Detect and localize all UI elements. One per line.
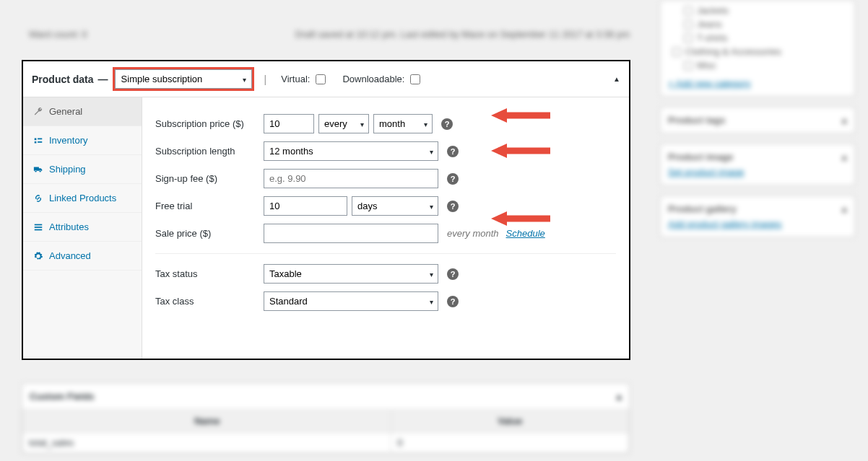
bg-cat: T-shirts	[697, 32, 728, 43]
bg-col-name: Name	[23, 410, 391, 433]
truck-icon	[33, 164, 43, 175]
bg-image-link: Set product image	[668, 167, 745, 177]
sale-price-row: Sale price ($) every month Schedule	[155, 224, 616, 243]
bg-custom-h: Custom Fields	[30, 391, 95, 402]
subscription-price-input[interactable]	[264, 114, 314, 133]
bg-add-category: + Add new category	[668, 78, 751, 89]
help-icon[interactable]: ?	[441, 118, 453, 130]
wrench-icon	[33, 107, 43, 117]
help-icon[interactable]: ?	[447, 146, 459, 157]
tax-class-label: Tax class	[155, 296, 264, 307]
product-type-highlight: Simple subscription	[113, 67, 254, 91]
signup-fee-label: Sign-up fee ($)	[155, 173, 264, 184]
virtual-label: Virtual:	[281, 72, 328, 87]
subscription-interval-select[interactable]: every	[318, 114, 369, 133]
field-divider	[155, 253, 616, 254]
bg-word-count: Ward count: 0	[29, 29, 87, 40]
product-data-fields: Subscription price ($) every month ? Sub…	[142, 97, 629, 359]
bg-cat: Clothing & Accessories	[685, 46, 781, 57]
free-trial-unit-select[interactable]: days	[352, 196, 438, 216]
bg-image-h: Product image	[668, 152, 733, 162]
tab-label: Linked Products	[49, 193, 116, 203]
product-data-panel: Product data — Simple subscription | Vir…	[22, 60, 630, 360]
bg-tags-h: Product tags	[668, 115, 725, 126]
bg-cat: Misc	[697, 60, 716, 71]
bg-cell: total_sales	[29, 437, 74, 448]
tax-status-label: Tax status	[155, 268, 264, 279]
schedule-link[interactable]: Schedule	[506, 228, 545, 239]
tab-label: General	[49, 106, 82, 117]
inventory-icon	[33, 136, 43, 146]
product-data-title: Product data	[32, 74, 94, 85]
tab-general[interactable]: General	[23, 97, 142, 126]
tax-status-row: Tax status Taxable ?	[155, 264, 616, 284]
panel-collapse-icon[interactable]: ▲	[613, 75, 620, 83]
link-icon	[33, 193, 43, 203]
subscription-price-row: Subscription price ($) every month ?	[155, 114, 616, 133]
bg-col-value: Value	[391, 410, 629, 433]
tab-attributes[interactable]: Attributes	[23, 213, 142, 242]
subscription-length-row: Subscription length 12 months ?	[155, 141, 616, 161]
tax-status-select[interactable]: Taxable	[264, 264, 438, 284]
title-separator: —	[98, 74, 108, 85]
downloadable-checkbox[interactable]	[410, 74, 420, 84]
free-trial-label: Free trial	[155, 201, 264, 211]
virtual-checkbox[interactable]	[316, 74, 326, 84]
attributes-icon	[33, 222, 43, 232]
product-data-tabs: General Inventory Shipping Linked Produc…	[23, 97, 142, 359]
signup-fee-row: Sign-up fee ($) ?	[155, 169, 616, 188]
bg-cell: 0	[397, 437, 402, 448]
tab-linked-products[interactable]: Linked Products	[23, 184, 142, 213]
help-icon[interactable]: ?	[447, 201, 459, 212]
tab-label: Attributes	[49, 221, 89, 232]
tab-label: Inventory	[49, 135, 87, 146]
bg-gallery-link: Add product gallery images	[668, 219, 782, 229]
tab-label: Advanced	[49, 250, 91, 261]
tax-class-select[interactable]: Standard	[264, 291, 438, 311]
subscription-price-label: Subscription price ($)	[155, 118, 264, 129]
tab-inventory[interactable]: Inventory	[23, 126, 142, 155]
tab-advanced[interactable]: Advanced	[23, 242, 142, 271]
tab-label: Shipping	[49, 164, 86, 175]
help-icon[interactable]: ?	[447, 173, 459, 185]
tab-shipping[interactable]: Shipping	[23, 155, 142, 184]
svg-rect-1	[35, 227, 43, 228]
signup-fee-input[interactable]	[264, 169, 438, 188]
gear-icon	[33, 251, 43, 261]
sale-price-hint: every month	[447, 228, 499, 239]
help-icon[interactable]: ?	[447, 268, 459, 280]
product-data-header: Product data — Simple subscription | Vir…	[23, 61, 629, 97]
product-type-select[interactable]: Simple subscription	[115, 69, 252, 89]
subscription-length-label: Subscription length	[155, 146, 264, 157]
subscription-period-select[interactable]: month	[373, 114, 433, 133]
sale-price-label: Sale price ($)	[155, 228, 264, 239]
free-trial-row: Free trial days ?	[155, 196, 616, 216]
bg-draft-info: Draft saved at 10:12 pm. Last edited by …	[295, 29, 630, 40]
bg-gallery-h: Product gallery	[668, 203, 737, 214]
tax-class-row: Tax class Standard ?	[155, 291, 616, 311]
bg-cat: Jackets	[697, 5, 729, 16]
help-icon[interactable]: ?	[447, 296, 459, 307]
bg-cat: Jeans	[697, 19, 722, 30]
free-trial-input[interactable]	[264, 196, 347, 216]
svg-rect-2	[35, 229, 43, 230]
sale-price-input[interactable]	[264, 224, 438, 243]
svg-rect-0	[35, 224, 43, 225]
downloadable-label: Downloadable:	[342, 72, 422, 87]
subscription-length-select[interactable]: 12 months	[264, 141, 438, 161]
